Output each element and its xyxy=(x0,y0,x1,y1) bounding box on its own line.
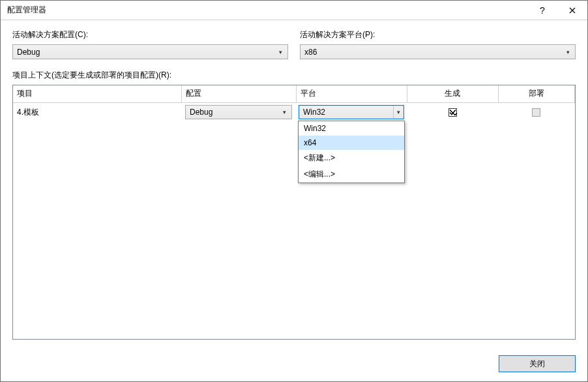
titlebar: 配置管理器 ? xyxy=(1,1,587,20)
row-config-value: Debug xyxy=(190,108,213,117)
row-platform-value: Win32 xyxy=(303,108,325,117)
solution-settings-row: 活动解决方案配置(C): Debug ▾ 活动解决方案平台(P): x86 ▾ xyxy=(12,29,576,59)
active-config-value: Debug xyxy=(17,48,40,57)
col-config-header[interactable]: 配置 xyxy=(181,85,296,102)
help-button[interactable]: ? xyxy=(527,1,557,20)
col-deploy-header[interactable]: 部署 xyxy=(498,85,575,102)
table-row: 4.模板 Debug ▾ Win32 ▾ xyxy=(13,102,575,122)
dialog-title: 配置管理器 xyxy=(7,5,527,16)
platform-cell: Win32 ▾ Win32 x64 <新建...> <编辑...> xyxy=(296,102,407,122)
platform-option[interactable]: x64 xyxy=(299,136,404,150)
dialog-footer: 关闭 xyxy=(1,349,587,381)
chevron-down-icon: ▾ xyxy=(280,106,289,119)
project-context-label: 项目上下文(选定要生成或部署的项目配置)(R): xyxy=(12,70,576,81)
active-config-combo[interactable]: Debug ▾ xyxy=(12,44,288,59)
chevron-down-icon: ▾ xyxy=(393,106,404,119)
build-cell xyxy=(407,102,498,122)
config-cell: Debug ▾ xyxy=(181,102,296,122)
config-manager-dialog: 配置管理器 ? 活动解决方案配置(C): Debug ▾ 活动解决方案平台(P)… xyxy=(0,0,588,382)
deploy-cell xyxy=(498,102,575,122)
col-build-header[interactable]: 生成 xyxy=(407,85,498,102)
row-platform-combo[interactable]: Win32 ▾ xyxy=(299,105,404,119)
chevron-down-icon: ▾ xyxy=(276,45,285,59)
project-context-table: 项目 配置 平台 生成 部署 4.模板 Debug ▾ xyxy=(12,85,576,340)
active-config-label: 活动解决方案配置(C): xyxy=(12,29,288,40)
deploy-checkbox xyxy=(532,108,540,117)
col-project-header[interactable]: 项目 xyxy=(13,85,181,102)
active-platform-value: x86 xyxy=(304,48,317,57)
platform-option[interactable]: <编辑...> xyxy=(299,166,404,183)
platform-dropdown: Win32 x64 <新建...> <编辑...> xyxy=(298,121,405,183)
col-platform-header[interactable]: 平台 xyxy=(296,85,407,102)
platform-option[interactable]: Win32 xyxy=(299,121,404,136)
active-platform-label: 活动解决方案平台(P): xyxy=(300,29,576,40)
platform-option[interactable]: <新建...> xyxy=(299,150,404,166)
close-button[interactable]: 关闭 xyxy=(499,355,576,372)
active-platform-combo[interactable]: x86 ▾ xyxy=(300,44,576,59)
close-icon[interactable] xyxy=(557,1,587,20)
row-config-combo[interactable]: Debug ▾ xyxy=(185,105,292,119)
chevron-down-icon: ▾ xyxy=(563,45,572,59)
build-checkbox[interactable] xyxy=(448,108,457,117)
dialog-body: 活动解决方案配置(C): Debug ▾ 活动解决方案平台(P): x86 ▾ … xyxy=(1,20,587,349)
project-cell: 4.模板 xyxy=(13,102,181,122)
